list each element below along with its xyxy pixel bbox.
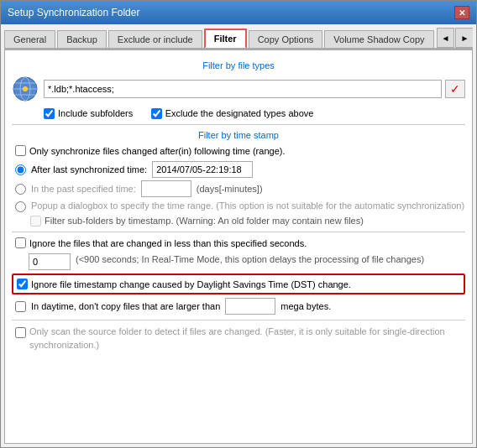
timestamp-header: Filter by time stamp	[12, 130, 465, 140]
mega-bytes-label: mega bytes.	[280, 301, 331, 311]
tab-scroll-next[interactable]: ►	[455, 28, 473, 48]
days-input[interactable]	[141, 180, 191, 197]
daytime-checkbox[interactable]	[15, 301, 26, 312]
mega-input[interactable]	[225, 298, 275, 315]
separator-2	[12, 232, 465, 232]
ignore-less-seconds-label: Ignore the files that are changed in les…	[29, 237, 307, 250]
days-minutes-label: (days[-minutes])	[197, 184, 263, 194]
tab-copy-options[interactable]: Copy Options	[249, 30, 323, 48]
include-subfolders-row: Include subfolders Exclude the designate…	[44, 107, 465, 119]
ignore-less-seconds-row: Ignore the files that are changed in les…	[12, 237, 465, 250]
include-subfolders-label: Include subfolders	[58, 108, 133, 118]
tab-bar: General Backup Exclude or include Filter…	[4, 28, 473, 49]
include-subfolders-checkbox[interactable]	[44, 108, 55, 119]
dst-checkbox[interactable]	[17, 279, 28, 289]
title-bar: Setup Synchronization Folder ✕	[1, 1, 476, 24]
filter-subfolders-row: Filter sub-folders by timestamp. (Warnin…	[30, 216, 465, 227]
filter-input-row: ✓	[12, 76, 465, 102]
only-sync-changed-row: Only synchronize files changed after(in)…	[12, 145, 465, 158]
file-types-header: Filter by file types	[12, 60, 465, 70]
popup-dialog-row: Popup a dialogbox to specify the time ra…	[12, 200, 465, 212]
in-past-row: In the past specified time: (days[-minut…	[12, 180, 465, 197]
filter-panel: Filter by file types ✓	[4, 49, 473, 444]
dst-row: Ignore file timestamp change caused by D…	[12, 273, 465, 294]
tab-general[interactable]: General	[4, 30, 55, 48]
dst-label: Ignore file timestamp change caused by D…	[31, 279, 351, 289]
in-past-label: In the past specified time:	[31, 184, 136, 194]
only-scan-checkbox[interactable]	[15, 327, 26, 338]
only-scan-row: Only scan the source folder to detect if…	[12, 326, 465, 352]
after-last-sync-radio[interactable]	[15, 164, 26, 175]
daytime-label: In daytime, don't copy files that are la…	[31, 301, 220, 311]
globe-icon	[12, 76, 39, 102]
tab-exclude-include[interactable]: Exclude or include	[108, 30, 202, 48]
after-last-sync-input[interactable]	[152, 161, 253, 178]
daytime-row: In daytime, don't copy files that are la…	[12, 298, 465, 315]
filter-subfolders-checkbox[interactable]	[30, 216, 41, 227]
ignore-less-seconds-checkbox[interactable]	[15, 237, 26, 248]
close-button[interactable]: ✕	[454, 6, 469, 19]
tab-scroll-prev[interactable]: ◄	[437, 28, 455, 48]
tab-filter[interactable]: Filter	[204, 29, 247, 49]
popup-dialog-label: Popup a dialogbox to specify the time ra…	[31, 200, 465, 212]
only-sync-changed-checkbox[interactable]	[15, 145, 26, 156]
only-sync-changed-label: Only synchronize files changed after(in)…	[29, 145, 285, 158]
exclude-designated-label: Exclude the designated types above	[165, 108, 314, 118]
window-title: Setup Synchronization Folder	[8, 7, 139, 18]
only-scan-label: Only scan the source folder to detect if…	[29, 326, 462, 352]
main-window: Setup Synchronization Folder ✕ General B…	[0, 0, 477, 448]
separator-1	[12, 124, 465, 125]
exclude-designated-checkbox[interactable]	[151, 108, 162, 119]
seconds-input[interactable]	[29, 253, 71, 270]
checkmark-button[interactable]: ✓	[445, 80, 465, 98]
tab-backup[interactable]: Backup	[57, 30, 107, 48]
tab-volume-shadow-copy[interactable]: Volume Shadow Copy	[324, 30, 433, 48]
after-last-sync-label: After last synchronized time:	[31, 164, 147, 175]
title-bar-buttons: ✕	[454, 6, 469, 19]
filter-file-types-input[interactable]	[44, 80, 442, 98]
popup-dialog-radio[interactable]	[15, 201, 26, 212]
in-past-radio[interactable]	[15, 184, 26, 195]
separator-3	[12, 320, 465, 320]
seconds-row: (<900 seconds; In Real-Time Mode, this o…	[29, 253, 465, 270]
filter-input-group: ✓	[44, 80, 465, 98]
window-content: General Backup Exclude or include Filter…	[1, 24, 476, 447]
seconds-note: (<900 seconds; In Real-Time Mode, this o…	[76, 253, 465, 266]
svg-point-5	[23, 86, 28, 91]
filter-subfolders-label: Filter sub-folders by timestamp. (Warnin…	[45, 216, 364, 226]
after-last-sync-row: After last synchronized time:	[12, 161, 465, 178]
